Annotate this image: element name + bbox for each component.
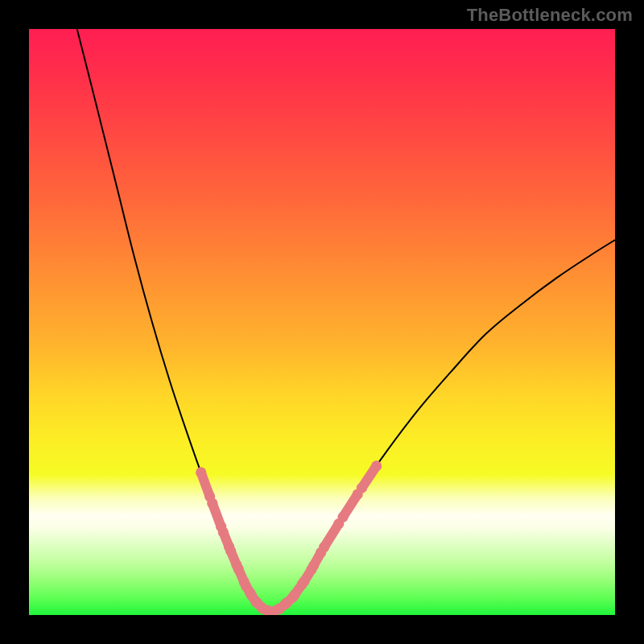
highlight-dot bbox=[337, 512, 348, 522]
highlight-dot bbox=[319, 542, 329, 552]
highlight-dot bbox=[207, 498, 217, 509]
highlight-overlay bbox=[196, 460, 382, 615]
highlight-dot bbox=[308, 560, 319, 571]
highlight-dot bbox=[299, 576, 309, 587]
highlight-dot bbox=[196, 467, 206, 477]
plot-area bbox=[29, 29, 615, 615]
bottleneck-curve bbox=[77, 29, 615, 612]
highlight-dot bbox=[218, 526, 229, 537]
highlight-dot bbox=[225, 546, 236, 556]
highlight-dot bbox=[290, 589, 300, 600]
highlight-dot bbox=[371, 460, 382, 471]
chart-stage: TheBottleneck.com bbox=[0, 0, 644, 644]
highlight-dot bbox=[357, 483, 367, 493]
watermark-text: TheBottleneck.com bbox=[467, 5, 633, 26]
chart-svg bbox=[29, 29, 615, 615]
highlight-dot bbox=[233, 564, 243, 574]
